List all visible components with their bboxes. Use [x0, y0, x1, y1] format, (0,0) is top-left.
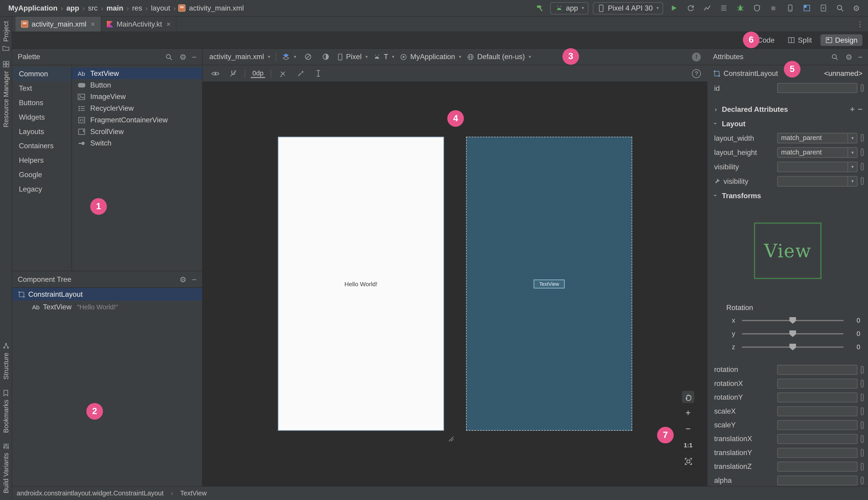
breadcrumb-file[interactable]: activity_main.xml [189, 4, 244, 12]
palette-category-layouts[interactable]: Layouts [12, 125, 71, 139]
palette-category-buttons[interactable]: Buttons [12, 96, 71, 110]
rotationx-flag-toggle[interactable] [861, 379, 864, 387]
close-icon[interactable]: × [167, 20, 171, 28]
rotation-input[interactable] [777, 365, 857, 374]
zoom-fit-button[interactable] [682, 455, 694, 467]
help-icon[interactable]: ? [692, 69, 701, 78]
breadcrumb-res[interactable]: res [132, 4, 142, 12]
zoom-in-button[interactable]: + [682, 407, 694, 419]
surface-mode-dropdown[interactable]: ▾ [282, 53, 296, 61]
translationx-input[interactable] [777, 434, 857, 444]
more-tabs-icon[interactable]: ⋮ [856, 20, 864, 28]
rotation-flag-toggle[interactable] [861, 366, 864, 374]
translationy-input[interactable] [777, 447, 857, 457]
coverage-icon[interactable] [751, 2, 763, 14]
design-preview-device[interactable]: Hello World! [278, 137, 444, 431]
palette-category-text[interactable]: Text [12, 81, 71, 96]
run-configurations-icon[interactable] [718, 2, 730, 14]
layout-width-flag-toggle[interactable] [861, 134, 864, 142]
palette-category-common[interactable]: Common [12, 67, 71, 81]
blueprint-textview[interactable]: TextView [534, 279, 564, 288]
alpha-flag-toggle[interactable] [861, 476, 864, 484]
rotationx-input[interactable] [777, 378, 857, 388]
device-resize-handle[interactable] [446, 434, 454, 442]
translationz-flag-toggle[interactable] [861, 463, 864, 470]
api-version-dropdown[interactable]: T ▾ [373, 53, 395, 61]
palette-item-imageview[interactable]: ImageView [72, 91, 202, 102]
alpha-input[interactable] [777, 475, 857, 485]
design-preview-textview[interactable]: Hello World! [344, 281, 377, 287]
breadcrumb-layout[interactable]: layout [150, 4, 171, 12]
layout-section[interactable]: › Layout [707, 116, 868, 130]
breadcrumb-src[interactable]: src [88, 4, 98, 12]
visibility-select[interactable]: ▾ [777, 161, 857, 172]
chevron-down-icon[interactable]: ▾ [848, 148, 857, 157]
close-icon[interactable]: × [91, 20, 95, 28]
component-tree-gear-icon[interactable]: ⚙ [180, 275, 186, 283]
scalex-input[interactable] [777, 406, 857, 416]
palette-search-icon[interactable] [164, 52, 174, 61]
render-issues-icon[interactable]: ! [692, 52, 701, 61]
status-class-path[interactable]: androidx.constraintlayout.widget.Constra… [16, 489, 163, 497]
translationy-flag-toggle[interactable] [861, 449, 864, 456]
attributes-search-icon[interactable] [830, 52, 840, 61]
sidebar-item-build-variants[interactable]: Build Variants [2, 443, 10, 493]
stop-icon[interactable] [767, 2, 779, 14]
pan-hand-icon[interactable] [682, 391, 694, 403]
component-tree-minimize-icon[interactable]: − [192, 275, 197, 283]
palette-category-legacy[interactable]: Legacy [12, 182, 71, 197]
palette-gear-icon[interactable]: ⚙ [180, 53, 186, 61]
tree-row-constraintlayout[interactable]: ConstraintLayout [12, 288, 202, 300]
density-icon[interactable] [319, 50, 332, 63]
status-selected-view[interactable]: TextView [180, 489, 207, 497]
device-manager-icon[interactable] [784, 2, 796, 14]
palette-item-button[interactable]: Button [72, 79, 202, 91]
clear-constraints-icon[interactable] [277, 67, 289, 80]
breadcrumb-app[interactable]: app [66, 4, 80, 12]
rotation-y-slider[interactable] [742, 333, 844, 334]
file-variant-dropdown[interactable]: activity_main.xml ▾ [209, 53, 270, 61]
layout-width-select[interactable]: match_parent ▾ [777, 133, 857, 143]
add-attribute-icon[interactable]: + [850, 105, 855, 113]
emulator-icon[interactable] [817, 2, 829, 14]
mode-split-button[interactable]: Split [783, 34, 817, 46]
locale-dropdown[interactable]: Default (en-us) ▾ [467, 53, 531, 61]
layout-inspector-icon[interactable] [800, 2, 812, 14]
palette-item-scrollview[interactable]: ScrollView [72, 126, 202, 137]
palette-item-switch[interactable]: Switch [72, 137, 202, 149]
palette-category-containers[interactable]: Containers [12, 139, 71, 153]
slider-thumb[interactable] [789, 317, 796, 324]
run-config-dropdown[interactable]: app ▾ [550, 2, 589, 14]
palette-minimize-icon[interactable]: − [192, 53, 197, 61]
transforms-section[interactable]: › Transforms [707, 188, 868, 203]
run-button[interactable] [667, 2, 679, 14]
palette-item-fragmentcontainerview[interactable]: FragmentContainerView [72, 114, 202, 126]
slider-thumb[interactable] [789, 344, 796, 350]
scalex-flag-toggle[interactable] [861, 407, 864, 415]
palette-category-google[interactable]: Google [12, 168, 71, 182]
sidebar-item-resource-manager[interactable]: Resource Manager [2, 61, 10, 128]
profiler-icon[interactable] [701, 2, 713, 14]
attributes-minimize-icon[interactable]: − [858, 53, 863, 61]
autoconnect-magnet-icon[interactable] [227, 67, 239, 80]
debug-bug-icon[interactable] [734, 2, 746, 14]
sync-icon[interactable] [684, 2, 696, 14]
tree-row-textview[interactable]: Ab TextView "Hello World!" [12, 300, 202, 314]
blueprint-preview-device[interactable]: TextView [466, 137, 632, 431]
palette-item-textview[interactable]: Ab TextView [72, 68, 202, 79]
scaley-input[interactable] [777, 420, 857, 430]
chevron-down-icon[interactable]: ▾ [848, 162, 857, 171]
mode-design-button[interactable]: Design [820, 34, 863, 46]
breadcrumb-project[interactable]: MyApplication [8, 4, 58, 12]
sidebar-item-bookmarks[interactable]: Bookmarks [2, 389, 10, 433]
remove-attribute-icon[interactable]: − [858, 105, 863, 113]
night-mode-icon[interactable] [302, 50, 314, 63]
layout-height-select[interactable]: match_parent ▾ [777, 147, 857, 157]
zoom-out-button[interactable]: − [682, 423, 694, 435]
translationx-flag-toggle[interactable] [861, 435, 864, 443]
id-input[interactable] [777, 83, 857, 93]
palette-category-widgets[interactable]: Widgets [12, 110, 71, 125]
design-canvas[interactable]: Hello World! TextView + [203, 82, 707, 486]
rotation-z-slider[interactable] [742, 346, 844, 348]
palette-item-recyclerview[interactable]: RecyclerView [72, 102, 202, 114]
